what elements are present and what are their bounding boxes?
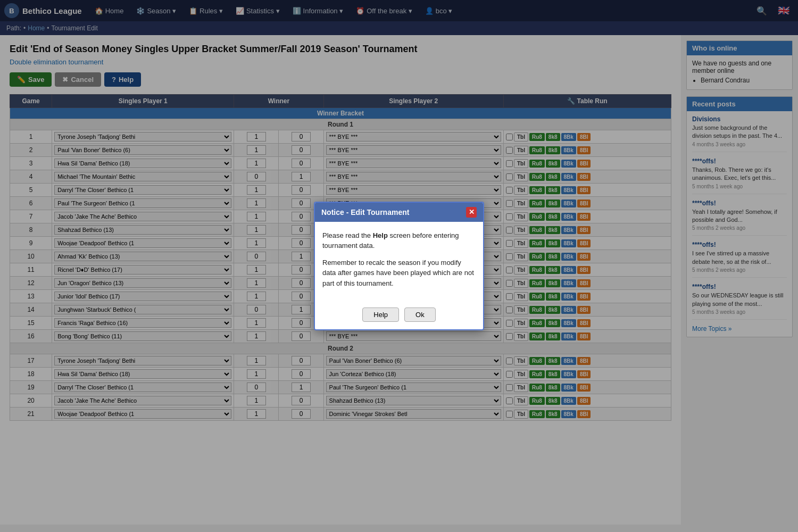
modal-footer: Help Ok xyxy=(315,303,483,329)
modal-title: Notice - Edit Tournament xyxy=(321,208,409,217)
modal-text2: Remember to recalc the season if you mod… xyxy=(322,257,476,289)
modal-body: Please read the Help screen before enter… xyxy=(315,222,483,304)
modal-overlay: Notice - Edit Tournament ✕ Please read t… xyxy=(0,0,798,525)
modal-header: Notice - Edit Tournament ✕ xyxy=(315,203,483,222)
modal-help-button[interactable]: Help xyxy=(362,307,399,322)
modal-ok-button[interactable]: Ok xyxy=(404,307,436,322)
modal-close-button[interactable]: ✕ xyxy=(466,207,477,218)
modal-box: Notice - Edit Tournament ✕ Please read t… xyxy=(314,202,484,331)
modal-text1: Please read the Help screen before enter… xyxy=(322,230,476,251)
